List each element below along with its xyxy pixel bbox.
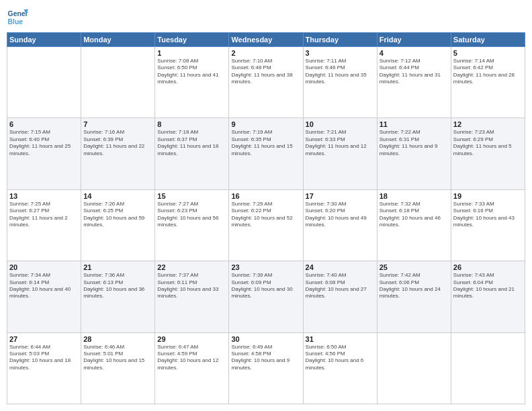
day-number: 23	[231, 263, 300, 271]
calendar-cell: 26Sunrise: 7:43 AMSunset: 6:04 PMDayligh…	[451, 261, 525, 332]
calendar-cell: 16Sunrise: 7:29 AMSunset: 6:22 PMDayligh…	[229, 189, 303, 261]
cell-info: Sunrise: 6:44 AMSunset: 5:03 PMDaylight:…	[9, 344, 79, 372]
calendar-cell: 4Sunrise: 7:12 AMSunset: 6:44 PMDaylight…	[377, 47, 451, 118]
weekday-header-sunday: Sunday	[7, 33, 81, 47]
day-number: 28	[83, 335, 152, 343]
calendar-cell: 13Sunrise: 7:25 AMSunset: 6:27 PMDayligh…	[7, 189, 81, 261]
day-number: 29	[157, 335, 226, 343]
calendar-cell: 7Sunrise: 7:16 AMSunset: 6:39 PMDaylight…	[81, 118, 155, 189]
cell-info: Sunrise: 6:47 AMSunset: 4:59 PMDaylight:…	[157, 344, 226, 372]
calendar-cell: 11Sunrise: 7:22 AMSunset: 6:31 PMDayligh…	[377, 118, 451, 189]
weekday-header-row: SundayMondayTuesdayWednesdayThursdayFrid…	[7, 33, 525, 47]
calendar-cell: 30Sunrise: 6:49 AMSunset: 4:58 PMDayligh…	[229, 332, 303, 404]
calendar-cell: 23Sunrise: 7:39 AMSunset: 6:09 PMDayligh…	[229, 261, 303, 332]
cell-info: Sunrise: 7:21 AMSunset: 6:33 PMDaylight:…	[306, 129, 375, 157]
svg-text:Blue: Blue	[8, 18, 24, 26]
day-number: 2	[231, 49, 300, 57]
weekday-header-wednesday: Wednesday	[229, 33, 303, 47]
cell-info: Sunrise: 6:49 AMSunset: 4:58 PMDaylight:…	[231, 344, 300, 372]
header: General Blue	[7, 7, 525, 28]
day-number: 7	[83, 120, 152, 128]
cell-info: Sunrise: 7:34 AMSunset: 6:14 PMDaylight:…	[9, 272, 79, 300]
calendar-cell: 27Sunrise: 6:44 AMSunset: 5:03 PMDayligh…	[7, 332, 81, 404]
cell-info: Sunrise: 7:12 AMSunset: 6:44 PMDaylight:…	[380, 58, 449, 86]
cell-info: Sunrise: 7:08 AMSunset: 6:50 PMDaylight:…	[157, 58, 226, 86]
day-number: 15	[157, 192, 226, 200]
calendar-cell: 18Sunrise: 7:32 AMSunset: 6:18 PMDayligh…	[377, 189, 451, 261]
day-number: 12	[453, 120, 523, 128]
logo-icon: General Blue	[7, 7, 28, 28]
day-number: 6	[9, 120, 79, 128]
weekday-header-tuesday: Tuesday	[155, 33, 229, 47]
weekday-header-thursday: Thursday	[303, 33, 377, 47]
cell-info: Sunrise: 7:22 AMSunset: 6:31 PMDaylight:…	[380, 129, 449, 157]
cell-info: Sunrise: 7:39 AMSunset: 6:09 PMDaylight:…	[231, 272, 300, 300]
day-number: 14	[83, 192, 152, 200]
day-number: 31	[306, 335, 375, 343]
calendar-row-3: 13Sunrise: 7:25 AMSunset: 6:27 PMDayligh…	[7, 189, 525, 261]
cell-info: Sunrise: 7:26 AMSunset: 6:25 PMDaylight:…	[83, 201, 152, 229]
calendar-cell: 6Sunrise: 7:15 AMSunset: 6:40 PMDaylight…	[7, 118, 81, 189]
cell-info: Sunrise: 7:11 AMSunset: 6:46 PMDaylight:…	[306, 58, 375, 86]
day-number: 13	[9, 192, 79, 200]
cell-info: Sunrise: 7:43 AMSunset: 6:04 PMDaylight:…	[453, 272, 523, 300]
logo: General Blue	[7, 7, 28, 28]
day-number: 21	[83, 263, 152, 271]
cell-info: Sunrise: 7:16 AMSunset: 6:39 PMDaylight:…	[83, 129, 152, 157]
cell-info: Sunrise: 6:50 AMSunset: 4:56 PMDaylight:…	[306, 344, 375, 372]
calendar-cell: 24Sunrise: 7:40 AMSunset: 6:08 PMDayligh…	[303, 261, 377, 332]
day-number: 19	[453, 192, 523, 200]
calendar-cell: 28Sunrise: 6:46 AMSunset: 5:01 PMDayligh…	[81, 332, 155, 404]
cell-info: Sunrise: 7:14 AMSunset: 6:42 PMDaylight:…	[453, 58, 523, 86]
cell-info: Sunrise: 7:25 AMSunset: 6:27 PMDaylight:…	[9, 201, 79, 229]
cell-info: Sunrise: 7:19 AMSunset: 6:35 PMDaylight:…	[231, 129, 300, 157]
day-number: 26	[453, 263, 523, 271]
calendar-cell	[81, 47, 155, 118]
page: General Blue SundayMondayTuesdayWednesda…	[0, 0, 532, 411]
day-number: 1	[157, 49, 226, 57]
calendar-cell: 25Sunrise: 7:42 AMSunset: 6:06 PMDayligh…	[377, 261, 451, 332]
calendar-cell	[377, 332, 451, 404]
calendar-cell: 15Sunrise: 7:27 AMSunset: 6:23 PMDayligh…	[155, 189, 229, 261]
weekday-header-friday: Friday	[377, 33, 451, 47]
day-number: 4	[380, 49, 449, 57]
calendar-row-4: 20Sunrise: 7:34 AMSunset: 6:14 PMDayligh…	[7, 261, 525, 332]
calendar-cell: 10Sunrise: 7:21 AMSunset: 6:33 PMDayligh…	[303, 118, 377, 189]
calendar-cell	[451, 332, 525, 404]
day-number: 9	[231, 120, 300, 128]
calendar-cell: 9Sunrise: 7:19 AMSunset: 6:35 PMDaylight…	[229, 118, 303, 189]
cell-info: Sunrise: 7:23 AMSunset: 6:29 PMDaylight:…	[453, 129, 523, 157]
day-number: 20	[9, 263, 79, 271]
weekday-header-monday: Monday	[81, 33, 155, 47]
cell-info: Sunrise: 6:46 AMSunset: 5:01 PMDaylight:…	[83, 344, 152, 372]
day-number: 24	[306, 263, 375, 271]
calendar-cell: 17Sunrise: 7:30 AMSunset: 6:20 PMDayligh…	[303, 189, 377, 261]
calendar-cell: 31Sunrise: 6:50 AMSunset: 4:56 PMDayligh…	[303, 332, 377, 404]
calendar-cell: 20Sunrise: 7:34 AMSunset: 6:14 PMDayligh…	[7, 261, 81, 332]
calendar-table: SundayMondayTuesdayWednesdayThursdayFrid…	[7, 32, 525, 404]
cell-info: Sunrise: 7:30 AMSunset: 6:20 PMDaylight:…	[306, 201, 375, 229]
calendar-cell	[7, 47, 81, 118]
cell-info: Sunrise: 7:15 AMSunset: 6:40 PMDaylight:…	[9, 129, 79, 157]
day-number: 3	[306, 49, 375, 57]
day-number: 27	[9, 335, 79, 343]
calendar-cell: 8Sunrise: 7:18 AMSunset: 6:37 PMDaylight…	[155, 118, 229, 189]
calendar-row-2: 6Sunrise: 7:15 AMSunset: 6:40 PMDaylight…	[7, 118, 525, 189]
calendar-cell: 21Sunrise: 7:36 AMSunset: 6:13 PMDayligh…	[81, 261, 155, 332]
calendar-row-1: 1Sunrise: 7:08 AMSunset: 6:50 PMDaylight…	[7, 47, 525, 118]
calendar-cell: 3Sunrise: 7:11 AMSunset: 6:46 PMDaylight…	[303, 47, 377, 118]
calendar-cell: 29Sunrise: 6:47 AMSunset: 4:59 PMDayligh…	[155, 332, 229, 404]
day-number: 11	[380, 120, 449, 128]
cell-info: Sunrise: 7:42 AMSunset: 6:06 PMDaylight:…	[380, 272, 449, 300]
cell-info: Sunrise: 7:10 AMSunset: 6:48 PMDaylight:…	[231, 58, 300, 86]
day-number: 18	[380, 192, 449, 200]
weekday-header-saturday: Saturday	[451, 33, 525, 47]
cell-info: Sunrise: 7:27 AMSunset: 6:23 PMDaylight:…	[157, 201, 226, 229]
calendar-cell: 5Sunrise: 7:14 AMSunset: 6:42 PMDaylight…	[451, 47, 525, 118]
day-number: 30	[231, 335, 300, 343]
day-number: 5	[453, 49, 523, 57]
cell-info: Sunrise: 7:36 AMSunset: 6:13 PMDaylight:…	[83, 272, 152, 300]
day-number: 25	[380, 263, 449, 271]
day-number: 8	[157, 120, 226, 128]
cell-info: Sunrise: 7:40 AMSunset: 6:08 PMDaylight:…	[306, 272, 375, 300]
